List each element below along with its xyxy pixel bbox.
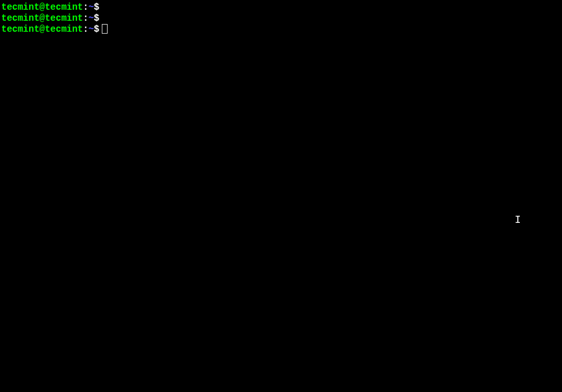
prompt-colon: :: [83, 24, 88, 35]
prompt-line: tecmint@tecmint:~$: [1, 24, 561, 35]
prompt-colon: :: [83, 2, 88, 13]
prompt-user-host: tecmint@tecmint: [1, 2, 83, 13]
terminal-area[interactable]: tecmint@tecmint:~$ tecmint@tecmint:~$ te…: [0, 0, 562, 37]
prompt-line: tecmint@tecmint:~$: [1, 2, 561, 13]
prompt-colon: :: [83, 13, 88, 24]
text-caret-icon: I: [515, 215, 521, 226]
prompt-dollar: $: [94, 2, 99, 13]
prompt-dollar: $: [94, 13, 99, 24]
prompt-user-host: tecmint@tecmint: [1, 24, 83, 35]
prompt-cwd: ~: [88, 24, 93, 35]
prompt-cwd: ~: [88, 13, 93, 24]
prompt-cwd: ~: [88, 2, 93, 13]
prompt-dollar: $: [94, 24, 99, 35]
prompt-user-host: tecmint@tecmint: [1, 13, 83, 24]
cursor-icon: [102, 24, 108, 34]
prompt-line: tecmint@tecmint:~$: [1, 13, 561, 24]
